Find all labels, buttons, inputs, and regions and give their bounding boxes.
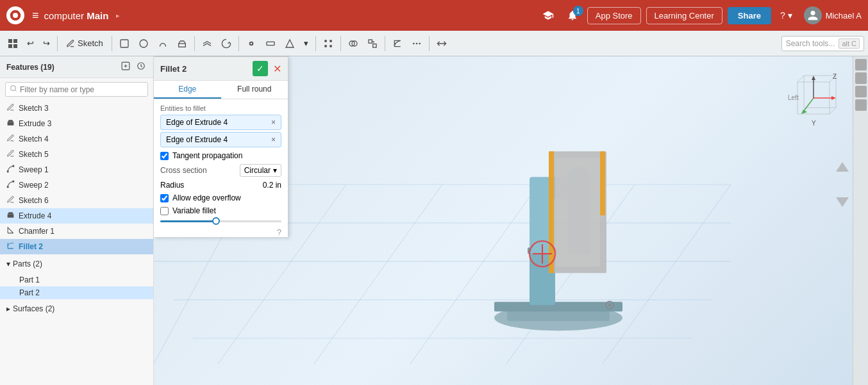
tool-group-3[interactable] (281, 36, 299, 51)
boolean-tool[interactable] (344, 36, 362, 51)
feature-item[interactable]: Extrude 3 (0, 116, 153, 131)
help-icon[interactable]: ? (277, 227, 281, 237)
user-menu[interactable]: Michael A (804, 6, 862, 24)
extrude-tool[interactable] (173, 36, 191, 51)
user-name: Michael A (826, 11, 862, 20)
surfaces-section: ▸ Surfaces (2) (0, 299, 153, 318)
svg-marker-75 (836, 162, 849, 172)
variable-fillet-checkbox[interactable] (160, 207, 169, 215)
chamfer-icon (6, 226, 15, 236)
fillet-button[interactable] (388, 36, 406, 51)
allow-edge-overflow-checkbox[interactable] (160, 194, 169, 202)
parts-toggle[interactable]: ▾ Parts (2) (6, 257, 147, 271)
parts-label: Parts (2) (13, 259, 42, 268)
extrude-icon (6, 211, 15, 221)
panel-header: Features (19) (0, 56, 153, 78)
feature-item[interactable]: Sketch 6 (0, 193, 153, 208)
entity-1-remove[interactable]: × (271, 118, 276, 127)
app-store-button[interactable]: App Store (587, 7, 641, 24)
measure-tool[interactable] (433, 36, 451, 51)
sketch-icon (6, 195, 15, 206)
svg-line-63 (797, 76, 804, 82)
feature-item[interactable]: Sweep 1 (0, 162, 153, 177)
separator-4 (238, 36, 239, 51)
entity-2-text: Edge of Extrude 4 (166, 135, 228, 144)
learning-center-button[interactable]: Learning Center (646, 7, 722, 24)
entity-2-remove[interactable]: × (271, 135, 276, 144)
hamburger-menu[interactable]: ≡ (32, 9, 39, 22)
confirm-button[interactable]: ✓ (253, 61, 268, 76)
fillet-icon (6, 242, 15, 252)
redo-button[interactable]: ↪ (39, 36, 54, 51)
svg-rect-19 (372, 44, 376, 47)
tab-full-round[interactable]: Full round (221, 81, 288, 99)
feature-name: Sketch 4 (19, 135, 49, 143)
slider-thumb[interactable] (212, 217, 220, 225)
svg-rect-54 (549, 151, 554, 273)
sketch-button[interactable]: Sketch (61, 36, 108, 51)
svg-point-21 (415, 42, 417, 44)
topbar: ≡ computer Main ▸ 1 App Store Learning C… (0, 0, 868, 31)
svg-point-30 (13, 181, 14, 182)
tool-group-1[interactable] (242, 36, 260, 51)
svg-rect-8 (178, 44, 185, 47)
feature-name: Extrude 3 (19, 119, 51, 128)
cancel-button[interactable]: ✕ (273, 63, 281, 75)
avatar (804, 6, 822, 24)
feature-panel: Features (19) (0, 56, 154, 385)
tutorial-button[interactable] (538, 7, 558, 24)
right-btn-4[interactable] (855, 99, 867, 111)
arc-tool[interactable] (154, 36, 172, 51)
part-item-2[interactable]: Part 2 (0, 286, 153, 299)
svg-marker-74 (801, 110, 807, 114)
more-tools[interactable] (408, 36, 426, 51)
svg-point-15 (330, 45, 332, 47)
pattern-tool[interactable] (319, 36, 337, 51)
surfaces-toggle[interactable]: ▸ Surfaces (2) (6, 302, 147, 316)
feature-item[interactable]: Sketch 5 (0, 147, 153, 162)
feature-item-fillet2[interactable]: Fillet 2 (0, 239, 153, 254)
feature-item[interactable]: Sketch 3 (0, 101, 153, 116)
circle-tool[interactable] (135, 36, 153, 51)
tool-dropdown[interactable]: ▾ (300, 36, 312, 51)
chevron-down-icon: ▾ (6, 259, 10, 268)
tool-group-2[interactable] (262, 36, 280, 51)
part-item-1[interactable]: Part 1 (0, 274, 153, 286)
help-button[interactable]: ? ▾ (776, 8, 796, 23)
new-button[interactable] (115, 36, 133, 51)
right-btn-2[interactable] (855, 72, 867, 84)
share-button[interactable]: Share (728, 7, 771, 24)
fillet-panel: Fillet 2 ✓ ✕ Edge Full round Entities to… (154, 56, 288, 237)
feature-item[interactable]: Chamfer 1 (0, 224, 153, 239)
feature-item[interactable]: Sketch 4 (0, 131, 153, 147)
right-btn-3[interactable] (855, 86, 867, 97)
revolve-tool[interactable] (217, 36, 235, 51)
chevron-down-icon: ▾ (273, 166, 277, 175)
cross-section-value: Circular (244, 166, 271, 175)
sketch-label: Sketch (78, 38, 103, 48)
toolbar-grid-icon[interactable] (4, 36, 22, 51)
separator-2 (112, 36, 112, 51)
svg-rect-3 (13, 39, 17, 43)
tab-edge[interactable]: Edge (154, 81, 221, 99)
slider-track (160, 220, 281, 222)
radius-slider[interactable] (160, 220, 281, 222)
notifications-button[interactable]: 1 (563, 7, 582, 24)
panel-add-button[interactable] (120, 60, 131, 74)
feature-search[interactable] (5, 82, 148, 97)
feature-item[interactable]: Sweep 2 (0, 177, 153, 193)
svg-rect-11 (267, 42, 274, 45)
plane-tool[interactable] (198, 36, 216, 51)
right-btn-1[interactable] (855, 59, 867, 70)
feature-search-input[interactable] (20, 85, 144, 94)
cross-section-select[interactable]: Circular ▾ (240, 164, 281, 177)
feature-item-extrude4[interactable]: Extrude 4 (0, 208, 153, 224)
feature-name: Sketch 3 (19, 104, 49, 113)
allow-edge-overflow-option: Allow edge overflow (160, 193, 281, 202)
tangent-propagation-checkbox[interactable] (160, 152, 169, 160)
fillet-header: Fillet 2 ✓ ✕ (154, 57, 288, 81)
panel-history-button[interactable] (135, 60, 147, 74)
search-shortcut: alt C (839, 38, 860, 49)
undo-button[interactable]: ↩ (23, 36, 38, 51)
transform-tool[interactable] (363, 36, 381, 51)
